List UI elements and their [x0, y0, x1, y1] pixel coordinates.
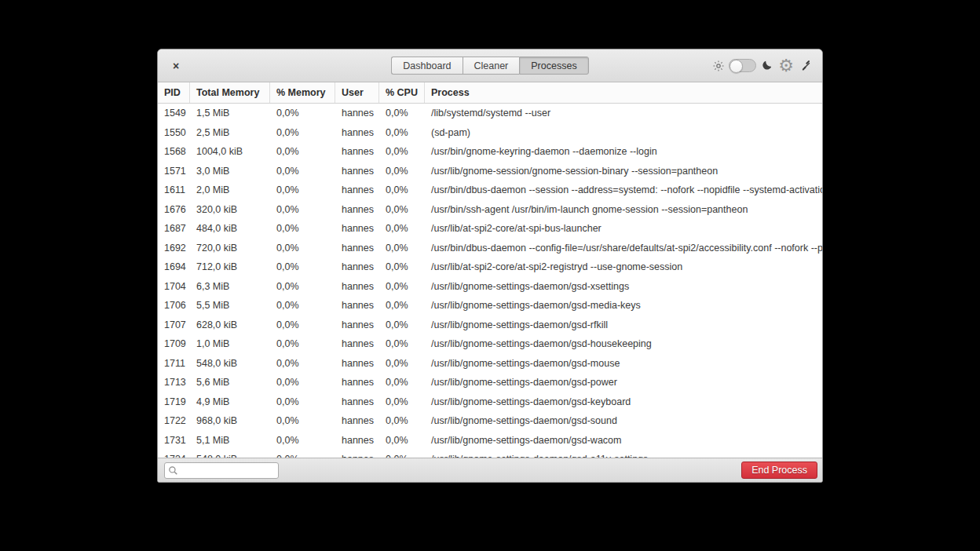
table-row[interactable]: 17046,3 MiB0,0%hannes0,0%/usr/lib/gnome-… [158, 277, 822, 297]
table-cell: 968,0 kiB [190, 411, 270, 431]
table-cell: /usr/lib/gnome-settings-daemon/gsd-wacom [425, 431, 822, 451]
table-row[interactable]: 17135,6 MiB0,0%hannes0,0%/usr/lib/gnome-… [158, 373, 822, 392]
table-cell: hannes [335, 392, 379, 412]
table-cell: 0,0% [270, 431, 335, 451]
table-cell: hannes [335, 450, 379, 458]
table-cell: hannes [335, 200, 379, 220]
table-cell: /usr/lib/gnome-settings-daemon/gsd-mouse [425, 354, 822, 374]
table-row[interactable]: 1707628,0 kiB0,0%hannes0,0%/usr/lib/gnom… [158, 316, 822, 335]
table-cell: /usr/lib/gnome-settings-daemon/gsd-media… [425, 296, 822, 316]
table-cell: /usr/lib/gnome-settings-daemon/gsd-a11y-… [425, 450, 822, 458]
table-cell: 548,0 kiB [190, 450, 270, 458]
table-cell: 0,0% [379, 200, 425, 220]
table-cell: hannes [335, 373, 379, 392]
table-row[interactable]: 1692720,0 kiB0,0%hannes0,0%/usr/bin/dbus… [158, 239, 822, 258]
table-cell: 1687 [158, 219, 190, 239]
tab-cleaner[interactable]: Cleaner [463, 57, 520, 75]
headerbar-controls: ⚙ [713, 49, 813, 82]
table-row[interactable]: 1711548,0 kiB0,0%hannes0,0%/usr/lib/gnom… [158, 354, 822, 374]
table-cell: 1571 [158, 162, 190, 181]
table-row[interactable]: 17091,0 MiB0,0%hannes0,0%/usr/lib/gnome-… [158, 334, 822, 354]
table-cell: /usr/bin/ssh-agent /usr/bin/im-launch gn… [425, 200, 822, 220]
table-row[interactable]: 1676320,0 kiB0,0%hannes0,0%/usr/bin/ssh-… [158, 200, 822, 220]
table-row[interactable]: 17315,1 MiB0,0%hannes0,0%/usr/lib/gnome-… [158, 431, 822, 451]
table-cell: 1711 [158, 354, 190, 374]
table-row[interactable]: 15681004,0 kiB0,0%hannes0,0%/usr/bin/gno… [158, 142, 822, 162]
column-header-total-memory[interactable]: Total Memory [190, 82, 270, 103]
app-window: × Dashboard Cleaner Processes [157, 49, 823, 483]
table-cell: hannes [335, 239, 379, 258]
theme-switch [713, 59, 771, 72]
table-cell: 320,0 kiB [190, 200, 270, 220]
footer-toolbar: End Process [158, 458, 822, 482]
search-box[interactable] [164, 462, 279, 479]
table-cell: 0,0% [379, 316, 425, 335]
table-header: PID Total Memory % Memory User % CPU Pro… [158, 82, 822, 104]
settings-gear-icon[interactable]: ⚙ [778, 57, 794, 75]
search-input[interactable] [181, 463, 278, 478]
table-cell: hannes [335, 411, 379, 431]
headerbar: × Dashboard Cleaner Processes [158, 49, 822, 82]
table-cell: hannes [335, 219, 379, 239]
table-row[interactable]: 15502,5 MiB0,0%hannes0,0%(sd-pam) [158, 123, 822, 143]
table-cell: 548,0 kiB [190, 354, 270, 374]
view-switcher: Dashboard Cleaner Processes [391, 57, 588, 75]
fullscreen-expand-icon[interactable] [801, 60, 813, 71]
table-row[interactable]: 1687484,0 kiB0,0%hannes0,0%/usr/lib/at-s… [158, 219, 822, 239]
table-cell: 0,0% [379, 181, 425, 200]
table-row[interactable]: 15713,0 MiB0,0%hannes0,0%/usr/lib/gnome-… [158, 162, 822, 181]
table-cell: 3,0 MiB [190, 162, 270, 181]
table-cell: 0,0% [270, 392, 335, 412]
table-cell: /usr/lib/at-spi2-core/at-spi2-registryd … [425, 257, 822, 277]
table-row[interactable]: 1734548,0 kiB0,0%hannes0,0%/usr/lib/gnom… [158, 450, 822, 458]
table-row[interactable]: 1722968,0 kiB0,0%hannes0,0%/usr/lib/gnom… [158, 411, 822, 431]
table-cell: 0,0% [270, 219, 335, 239]
table-cell: 1713 [158, 373, 190, 392]
sun-icon [713, 60, 724, 71]
table-cell: hannes [335, 142, 379, 162]
table-cell: hannes [335, 334, 379, 354]
column-header-percent-memory[interactable]: % Memory [270, 82, 335, 103]
table-cell: 0,0% [379, 142, 425, 162]
end-process-button[interactable]: End Process [741, 462, 817, 479]
table-cell: 1568 [158, 142, 190, 162]
table-cell: 1709 [158, 334, 190, 354]
tab-dashboard[interactable]: Dashboard [391, 57, 462, 75]
table-cell: 0,0% [379, 277, 425, 297]
table-cell: 0,0% [270, 162, 335, 181]
table-row[interactable]: 1694712,0 kiB0,0%hannes0,0%/usr/lib/at-s… [158, 257, 822, 277]
column-header-process[interactable]: Process [425, 82, 822, 103]
table-cell: 0,0% [379, 219, 425, 239]
column-header-pid[interactable]: PID [158, 82, 190, 103]
table-row[interactable]: 17194,9 MiB0,0%hannes0,0%/usr/lib/gnome-… [158, 392, 822, 412]
toggle-knob[interactable] [730, 60, 743, 73]
table-cell: 0,0% [270, 354, 335, 374]
table-row[interactable]: 15491,5 MiB0,0%hannes0,0%/lib/systemd/sy… [158, 104, 822, 123]
table-cell: 1719 [158, 392, 190, 412]
close-button[interactable]: × [166, 49, 186, 82]
table-cell: hannes [335, 104, 379, 123]
table-row[interactable]: 16112,0 MiB0,0%hannes0,0%/usr/bin/dbus-d… [158, 181, 822, 200]
table-cell: hannes [335, 316, 379, 335]
table-cell: 1694 [158, 257, 190, 277]
column-header-percent-cpu[interactable]: % CPU [379, 82, 425, 103]
table-cell: 1549 [158, 104, 190, 123]
table-cell: /usr/lib/gnome-settings-daemon/gsd-sound [425, 411, 822, 431]
table-row[interactable]: 17065,5 MiB0,0%hannes0,0%/usr/lib/gnome-… [158, 296, 822, 316]
process-table-body: 15491,5 MiB0,0%hannes0,0%/lib/systemd/sy… [158, 104, 822, 458]
table-cell: 4,9 MiB [190, 392, 270, 412]
table-cell: 0,0% [270, 411, 335, 431]
table-cell: 6,3 MiB [190, 277, 270, 297]
table-cell: 0,0% [379, 450, 425, 458]
tab-processes[interactable]: Processes [519, 57, 588, 75]
table-cell: hannes [335, 431, 379, 451]
table-cell: 5,5 MiB [190, 296, 270, 316]
table-cell: /usr/lib/gnome-session/gnome-session-bin… [425, 162, 822, 181]
column-header-user[interactable]: User [335, 82, 379, 103]
table-cell: 0,0% [379, 392, 425, 412]
table-cell: hannes [335, 123, 379, 143]
table-cell: 0,0% [270, 239, 335, 258]
table-cell: 0,0% [270, 257, 335, 277]
dark-mode-toggle[interactable] [729, 59, 756, 72]
table-cell: 0,0% [270, 450, 335, 458]
